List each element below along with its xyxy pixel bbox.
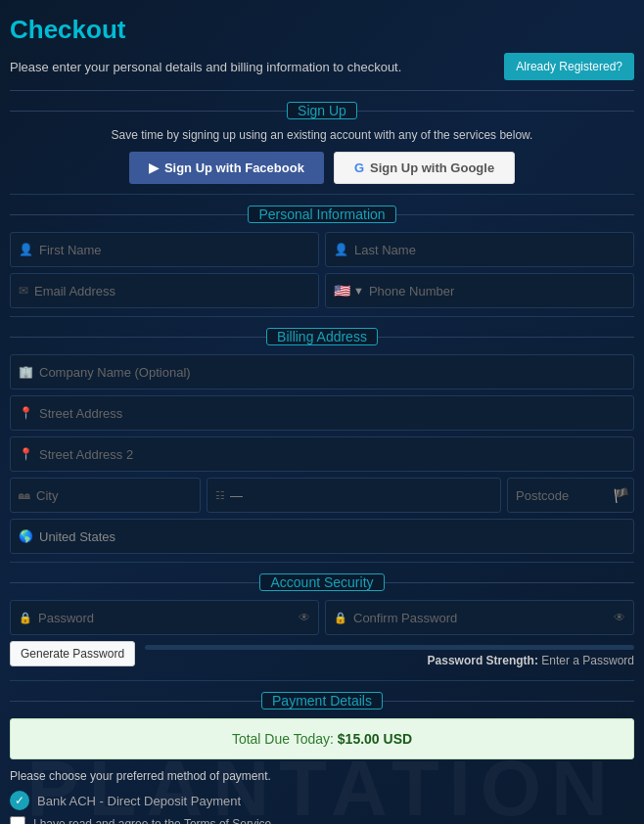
postcode-group: 🏴 [507,478,634,513]
personal-info-section: Personal Information 👤 👤 [10,206,634,308]
state-icon: ☷ [215,489,225,502]
already-registered-button[interactable]: Already Registered? [504,53,634,80]
city-icon: 🏘 [19,488,30,502]
google-icon: G [354,160,364,175]
street2-input[interactable] [39,447,625,462]
name-row: 👤 👤 [10,232,634,267]
confirm-password-input[interactable] [353,611,610,625]
google-signup-button[interactable]: G Sign Up with Google [334,152,515,184]
billing-title: Billing Address [10,329,634,344]
flag-dropdown[interactable]: ▼ [353,285,364,297]
first-name-group: 👤 [10,232,319,267]
password-strength-value: Enter a Password [541,654,634,667]
ach-check-icon: ✓ [10,791,29,810]
phone-input[interactable] [369,284,625,298]
company-input[interactable] [39,365,625,380]
billing-title-label: Billing Address [266,328,378,345]
top-bar: Please enter your personal details and b… [10,53,634,80]
payment-title-label: Payment Details [261,692,383,710]
facebook-icon: ▶ [149,160,159,175]
ach-payment-option: ✓ Bank ACH - Direct Deposit Payment [10,791,634,810]
signup-section: Sign Up Save time by signing up using an… [10,103,634,184]
password-row: 🔒 👁 🔒 👁 [10,600,634,635]
city-wrapper: 🏘 [10,478,201,513]
last-name-wrapper: 👤 [325,232,634,267]
state-select[interactable]: — [230,488,492,503]
total-label: Total Due Today: [232,731,334,747]
street1-wrapper: 📍 [10,395,634,431]
signup-description: Save time by signing up using an existin… [10,128,634,142]
last-name-input[interactable] [354,243,625,257]
password-strength-label: Password Strength: [428,654,538,667]
postcode-wrapper: 🏴 [507,478,634,513]
city-state-post-row: 🏘 ☷ — 🏴 [10,478,634,513]
total-due-box: Total Due Today: $15.00 USD [10,718,634,759]
postcode-input[interactable] [516,488,613,503]
country-wrapper: 🌎 United States [10,519,634,554]
confirm-password-group: 🔒 👁 [325,600,634,635]
map-icon: 📍 [19,406,33,420]
social-buttons: ▶ Sign Up with Facebook G Sign Up with G… [10,152,634,184]
country-select[interactable]: United States [39,529,625,544]
generate-password-button[interactable]: Generate Password [10,641,135,666]
building-icon: 🏢 [19,365,33,379]
facebook-label: Sign Up with Facebook [164,160,304,175]
generate-section: Generate Password [10,641,135,672]
us-flag: 🇺🇸 [334,283,350,298]
company-row: 🏢 [10,354,634,389]
phone-wrapper: 🇺🇸 ▼ [325,273,634,308]
email-wrapper: ✉ [10,273,319,308]
password-bottom: Generate Password Password Strength: Ent… [10,641,634,672]
terms-checkbox[interactable] [10,816,25,824]
payment-details-section: Payment Details Total Due Today: $15.00 … [10,693,634,824]
total-amount: $15.00 USD [338,731,412,747]
signup-divider [10,194,634,195]
top-divider [10,90,634,91]
phone-group: 🇺🇸 ▼ [325,273,634,308]
signup-section-title: Sign Up [10,103,634,118]
eye-icon[interactable]: 👁 [299,611,310,624]
password-strength-bar [145,645,634,650]
personal-info-title: Personal Information [10,206,634,222]
password-group: 🔒 👁 [10,600,319,635]
email-group: ✉ [10,273,319,308]
terms-row: I have read and agree to the Terms of Se… [10,816,634,824]
account-security-title: Account Security [10,574,634,590]
city-input[interactable] [36,488,192,503]
city-group: 🏘 [10,478,201,513]
company-wrapper: 🏢 [10,354,634,389]
facebook-signup-button[interactable]: ▶ Sign Up with Facebook [129,152,324,184]
phone-flag: 🇺🇸 ▼ [334,283,364,298]
page-description: Please enter your personal details and b… [10,60,401,74]
lock-icon: 🔒 [19,612,32,624]
ach-label: Bank ACH - Direct Deposit Payment [37,794,241,808]
terms-text-label: I have read and agree to the Terms of Se… [33,817,271,824]
state-group: ☷ — [207,478,501,513]
map-icon-2: 📍 [19,447,33,461]
account-security-label: Account Security [259,573,384,591]
google-label: Sign Up with Google [370,160,494,175]
billing-divider-top [10,316,634,317]
person-icon: 👤 [19,243,33,256]
payment-divider-top [10,680,634,681]
eye-icon-2[interactable]: 👁 [614,611,625,624]
email-icon: ✉ [19,284,28,298]
password-input[interactable] [38,611,295,625]
account-divider-top [10,562,634,563]
password-strength-text: Password Strength: Enter a Password [145,654,634,667]
street1-input[interactable] [39,406,625,421]
email-input[interactable] [34,284,310,298]
email-phone-row: ✉ 🇺🇸 ▼ [10,273,634,308]
first-name-wrapper: 👤 [10,232,319,267]
postcode-flag: 🏴 [613,487,629,503]
street2-row: 📍 [10,436,634,472]
billing-address-section: Billing Address 🏢 📍 📍 [10,329,634,554]
account-security-section: Account Security 🔒 👁 🔒 👁 [10,574,634,672]
payment-title: Payment Details [10,693,634,709]
first-name-input[interactable] [39,243,310,257]
page-title: Checkout [10,15,634,45]
personal-info-label: Personal Information [248,206,395,223]
password-wrapper: 🔒 👁 [10,600,319,635]
signup-title-label: Sign Up [287,102,357,119]
terms-text: I have read and agree to the Terms of Se… [33,817,271,824]
